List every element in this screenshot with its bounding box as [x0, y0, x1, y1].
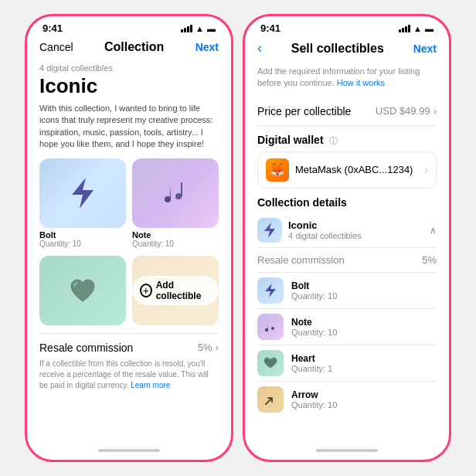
collection-section-title: Collection details [257, 196, 437, 209]
nft-name-note: Note [132, 230, 219, 240]
nft-image-heart [39, 256, 126, 325]
list-icon-bolt [257, 277, 284, 304]
wallet-row[interactable]: 🦊 MetaMask (0xABC...1234) › [257, 151, 437, 189]
list-icon-arrow [257, 386, 284, 413]
list-name-bolt: Bolt [291, 280, 337, 291]
list-qty-heart: Quantity: 1 [291, 364, 332, 373]
resale-label: Resale commission [39, 342, 133, 354]
nft-list-item-bolt[interactable]: Bolt Quantity: 10 [257, 272, 437, 308]
nft-list-item-heart[interactable]: Heart Quantity: 1 [257, 345, 437, 381]
list-name-note: Note [291, 317, 337, 328]
nft-qty-bolt: Quantity: 10 [39, 240, 126, 248]
nft-name-bolt: Bolt [39, 230, 126, 240]
status-icons-left: ▲ ▬ [181, 24, 216, 33]
nft-card-note[interactable]: Note Quantity: 10 [132, 158, 219, 248]
collection-header-item: Iconic 4 digital collectibles ∧ [257, 213, 437, 247]
resale-pct: 5% [198, 342, 212, 353]
learn-more-link[interactable]: Learn more [131, 381, 170, 389]
nft-card-bolt[interactable]: Bolt Quantity: 10 [39, 158, 126, 248]
resale-note: If a collectible from this collection is… [39, 359, 219, 391]
wallet-left: 🦊 MetaMask (0xABC...1234) [266, 158, 413, 182]
collection-name: Iconic [288, 219, 362, 231]
signal-icon-right [399, 25, 410, 32]
add-collectible-button[interactable]: + Add collectible [132, 276, 219, 305]
chevron-up-icon: ∧ [430, 225, 437, 236]
svg-point-3 [271, 327, 274, 330]
nav-title-right: Sell collectibles [291, 42, 384, 56]
right-phone: 9:41 ▲ ▬ ‹ Sell collectibles Next Add th… [243, 14, 451, 462]
nft-image-note [132, 158, 219, 228]
status-icons-right: ▲ ▬ [399, 24, 434, 33]
wifi-icon: ▲ [196, 24, 204, 33]
collection-icon [257, 218, 282, 243]
resale-chevron-icon: › [216, 342, 219, 353]
wallet-info-icon: ⓘ [329, 136, 338, 145]
collection-qty: 4 digital collectibles [288, 231, 362, 240]
price-value: USD $49.99 › [376, 105, 437, 117]
price-amount: USD $49.99 [376, 105, 430, 117]
heart-svg [68, 277, 97, 304]
home-indicator-right [245, 444, 449, 460]
wifi-icon-right: ▲ [413, 24, 422, 33]
nft-image-bolt [39, 158, 126, 228]
list-qty-note: Quantity: 10 [291, 328, 337, 337]
list-name-heart: Heart [291, 353, 332, 364]
svg-point-0 [165, 196, 171, 202]
signal-icon [181, 25, 192, 32]
nft-list: Bolt Quantity: 10 Note [257, 272, 437, 417]
list-name-arrow: Arrow [291, 389, 337, 400]
next-button-left[interactable]: Next [196, 41, 219, 53]
nft-grid: Bolt Quantity: 10 Note Quantity: 10 [39, 158, 219, 248]
wallet-section-title: Digital wallet ⓘ [257, 134, 437, 147]
wallet-name: MetaMask (0xABC...1234) [295, 164, 413, 175]
left-phone: 9:41 ▲ ▬ Cancel Collection Next 4 digita… [25, 14, 233, 462]
back-button[interactable]: ‹ [257, 40, 262, 56]
add-collectible-label: Add collectible [156, 280, 211, 301]
resale-row[interactable]: Resale commission 5% › [39, 333, 219, 359]
content-right: Add the required information for your li… [245, 63, 449, 444]
price-row[interactable]: Price per collectible USD $49.99 › [257, 97, 437, 126]
svg-point-2 [265, 328, 268, 332]
add-circle-icon: + [140, 284, 152, 298]
price-chevron-icon: › [434, 105, 437, 117]
how-it-works-link[interactable]: How it works [337, 78, 385, 87]
list-icon-heart [257, 350, 284, 376]
time-left: 9:41 [42, 22, 63, 34]
status-bar-right: 9:41 ▲ ▬ [245, 16, 449, 37]
resale-value: 5% › [198, 342, 219, 353]
nft-list-item-arrow[interactable]: Arrow Quantity: 10 [257, 381, 437, 417]
bolt-svg [69, 176, 97, 210]
nft-list-item-note[interactable]: Note Quantity: 10 [257, 308, 437, 345]
battery-icon: ▬ [207, 24, 216, 33]
nav-bar-right: ‹ Sell collectibles Next [245, 37, 449, 63]
nft-qty-note: Quantity: 10 [132, 240, 219, 248]
resale-label-right: Resale commission [257, 254, 345, 266]
resale-pct-right: 5% [422, 254, 437, 266]
collection-description: With this collection, I wanted to bring … [39, 103, 219, 151]
page-subtitle: Add the required information for your li… [257, 66, 437, 90]
nft-grid-bottom: + Add collectible [39, 256, 219, 325]
battery-icon-right: ▬ [425, 24, 434, 33]
collection-subtitle: 4 digital collectibles [39, 63, 219, 73]
note-svg [160, 178, 191, 209]
list-icon-note [257, 314, 284, 340]
time-right: 9:41 [260, 22, 280, 34]
home-indicator-left [27, 444, 231, 460]
collection-title: Iconic [39, 74, 219, 98]
content-left: 4 digital collectibles Iconic With this … [27, 60, 231, 444]
next-button-right[interactable]: Next [413, 42, 437, 55]
cancel-button[interactable]: Cancel [39, 41, 73, 53]
list-qty-bolt: Quantity: 10 [291, 291, 337, 301]
nav-title-left: Collection [104, 40, 164, 54]
coll-bolt-svg [263, 222, 277, 239]
nav-bar-left: Cancel Collection Next [27, 37, 231, 60]
wallet-chevron-icon: › [424, 163, 428, 177]
price-label: Price per collectible [257, 105, 351, 117]
list-qty-arrow: Quantity: 10 [291, 400, 337, 410]
metamask-icon: 🦊 [266, 158, 289, 182]
add-collectible-overlay[interactable]: + Add collectible [132, 256, 219, 325]
nft-card-heart[interactable] [39, 256, 126, 325]
nft-card-arrow-with-add[interactable]: + Add collectible [132, 256, 219, 325]
svg-point-1 [175, 193, 182, 199]
resale-pct-row: Resale commission 5% [257, 247, 437, 272]
